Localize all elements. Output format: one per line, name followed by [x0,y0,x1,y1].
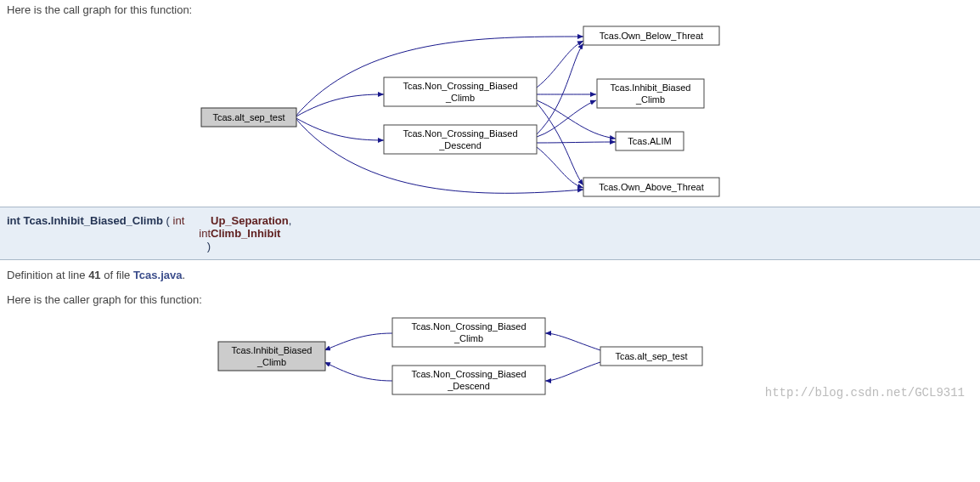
def-file-link[interactable]: Tcas.java [133,269,183,281]
sig-comma: , [289,214,292,227]
call-graph-svg: Tcas.alt_sep_test Tcas.Non_Crossing_Bias… [193,20,787,207]
caller-graph-heading: Here is the caller graph for this functi… [0,290,980,309]
def-prefix: Definition at line [7,269,88,281]
caller-root-b: _Climb [256,357,286,367]
definition-line: Definition at line 41 of file Tcas.java. [0,260,980,290]
node-out2-b: _Climb [635,94,665,105]
sig-open: ( [166,214,173,227]
sig-type2: int [199,227,211,240]
node-mid2-b: _Descend [438,140,482,150]
sig-close: ) [207,240,211,252]
def-line-number: 41 [88,269,100,281]
caller-graph-svg: Tcas.Inhibit_Biased _Climb Tcas.Non_Cros… [193,309,787,403]
node-mid1-b: _Climb [445,93,475,103]
def-middle: of file [101,269,133,281]
caller-graph-container: Tcas.Inhibit_Biased _Climb Tcas.Non_Cros… [0,309,980,403]
sig-param1: Up_Separation [211,214,289,227]
caller-mid1-b: _Climb [453,333,483,343]
caller-mid2-b: _Descend [447,381,490,391]
sig-type1: int [173,214,185,227]
node-out3: Tcas.ALIM [628,136,671,146]
caller-mid2-a: Tcas.Non_Crossing_Biased [411,369,526,379]
sig-name: int Tcas.Inhibit_Biased_Climb [7,214,163,227]
function-signature: int Tcas.Inhibit_Biased_Climb ( int Up_S… [0,207,980,260]
caller-out: Tcas.alt_sep_test [616,351,688,361]
call-graph-container: Tcas.alt_sep_test Tcas.Non_Crossing_Bias… [0,20,980,207]
sig-param2: Climb_Inhibit [211,227,280,240]
node-out4: Tcas.Own_Above_Threat [599,182,704,192]
def-suffix: . [182,269,185,281]
watermark: http://blog.csdn.net/GCL9311 [765,386,965,400]
node-root: Tcas.alt_sep_test [213,112,285,122]
caller-root-a: Tcas.Inhibit_Biased [232,345,313,355]
node-mid1-a: Tcas.Non_Crossing_Biased [403,81,517,91]
caller-mid1-a: Tcas.Non_Crossing_Biased [411,321,526,332]
node-out1: Tcas.Own_Below_Threat [600,31,703,41]
call-graph-heading: Here is the call graph for this function… [0,0,980,20]
node-mid2-a: Tcas.Non_Crossing_Biased [403,128,517,139]
node-out2-a: Tcas.Inhibit_Biased [611,82,691,93]
